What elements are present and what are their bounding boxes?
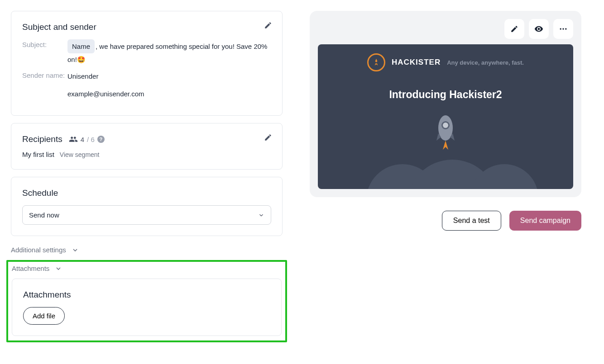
subject-name-tag: Name — [67, 39, 95, 53]
subject-sender-title: Subject and sender — [22, 22, 271, 32]
email-headline: Introducing Hackister2 — [318, 89, 573, 101]
send-campaign-button[interactable]: Send campaign — [509, 211, 581, 231]
brand-logo — [367, 53, 385, 71]
pencil-icon — [510, 25, 518, 33]
email-preview-panel: HACKISTER Any device, anywhere, fast. In… — [310, 11, 581, 197]
subject-label: Subject: — [22, 39, 67, 50]
attachments-toggle-label: Attachments — [12, 265, 49, 272]
more-options-button[interactable] — [553, 19, 573, 39]
recipient-list-name: My first list — [22, 151, 54, 158]
view-preview-button[interactable] — [529, 19, 549, 39]
chevron-down-icon — [55, 265, 62, 272]
svg-point-0 — [560, 28, 561, 29]
schedule-card: Schedule Send now — [11, 177, 283, 236]
brand-tagline: Any device, anywhere, fast. — [447, 59, 524, 66]
add-file-button[interactable]: Add file — [23, 307, 65, 325]
brand-name: HACKISTER — [392, 58, 441, 67]
attachments-card: Attachments Add file — [12, 279, 282, 336]
attachments-toggle[interactable]: Attachments — [12, 265, 282, 272]
schedule-select[interactable]: Send now — [22, 205, 271, 225]
email-preview-body: HACKISTER Any device, anywhere, fast. In… — [318, 44, 573, 189]
sender-name-value: Unisender — [67, 70, 271, 82]
subject-value: Name, we have prepared something special… — [67, 39, 271, 66]
help-icon[interactable]: ? — [97, 136, 105, 143]
recipients-total: / 6 — [87, 136, 95, 143]
recipients-card: Recipients 4 / 6 ? My first list View se… — [11, 123, 283, 170]
send-test-button[interactable]: Send a test — [442, 211, 501, 231]
edit-recipients-button[interactable] — [264, 133, 272, 142]
pencil-icon — [264, 133, 272, 142]
sender-label: Sender name: — [22, 70, 67, 81]
rocket-illustration — [318, 114, 573, 189]
pencil-icon — [264, 21, 272, 29]
people-icon — [69, 135, 78, 144]
recipients-title: Recipients — [22, 134, 62, 144]
svg-point-2 — [565, 28, 566, 29]
dots-icon — [559, 24, 568, 33]
edit-subject-button[interactable] — [264, 21, 272, 29]
view-segment-link[interactable]: View segment — [60, 151, 100, 158]
recipients-selected: 4 — [81, 136, 84, 143]
attachments-card-title: Attachments — [23, 290, 270, 300]
additional-settings-toggle[interactable]: Additional settings — [11, 243, 283, 260]
rocket-small-icon — [372, 58, 381, 67]
edit-preview-button[interactable] — [504, 19, 524, 39]
schedule-selected-value: Send now — [29, 211, 59, 219]
subject-sender-card: Subject and sender Subject: Name, we hav… — [11, 11, 283, 116]
svg-point-1 — [562, 28, 564, 29]
subject-text: , we have prepared something special for… — [67, 43, 267, 63]
schedule-title: Schedule — [22, 188, 271, 198]
svg-point-5 — [443, 123, 448, 128]
sender-email-value: example@unisender.com — [67, 88, 271, 100]
additional-settings-label: Additional settings — [11, 246, 66, 254]
chevron-down-icon — [72, 246, 79, 254]
chevron-down-icon — [258, 212, 264, 218]
recipients-count: 4 / 6 ? — [69, 135, 105, 144]
eye-icon — [534, 24, 543, 33]
attachments-highlight: Attachments Attachments Add file — [6, 260, 287, 342]
